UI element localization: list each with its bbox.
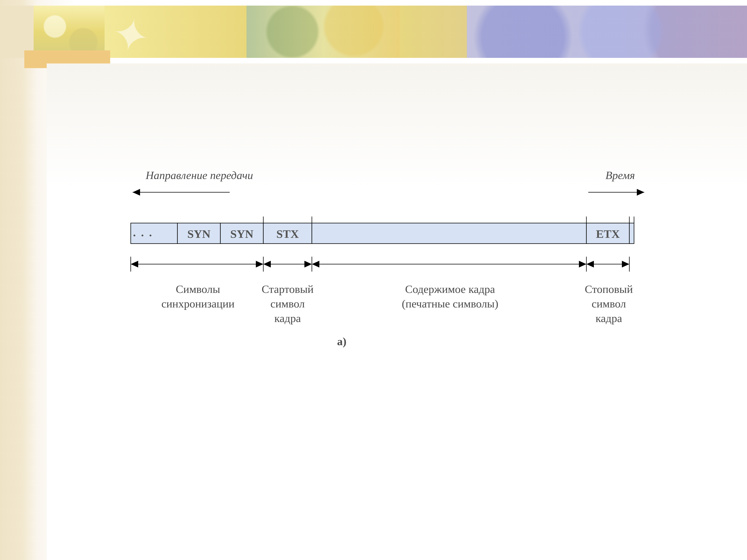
caption-stop: Стоповый символ кадра [575, 282, 642, 325]
svg-marker-26 [304, 261, 312, 267]
slide-page: Направление передачи Время [0, 0, 747, 560]
cell-ellipsis: . . . [131, 226, 180, 239]
svg-marker-1 [133, 189, 140, 196]
svg-marker-28 [312, 261, 319, 267]
svg-marker-32 [622, 261, 629, 267]
svg-rect-10 [629, 223, 634, 244]
svg-marker-23 [256, 261, 263, 267]
figure-label: a) [334, 334, 349, 349]
caption-sync: Символы синхронизации [127, 282, 269, 311]
decorative-banner [0, 6, 747, 58]
svg-marker-22 [131, 261, 138, 267]
svg-marker-25 [263, 261, 271, 267]
caption-payload: Содержимое кадра (печатные символы) [364, 282, 536, 311]
cell-syn1: SYN [177, 228, 221, 241]
svg-marker-31 [586, 261, 594, 267]
svg-marker-29 [579, 261, 586, 267]
svg-marker-3 [637, 189, 644, 196]
caption-start: Стартовый символ кадра [256, 282, 319, 325]
svg-rect-8 [312, 223, 586, 244]
frame-diagram: Направление передачи Время [47, 63, 719, 474]
diagram-svg [47, 63, 719, 474]
cell-stx: STX [263, 228, 312, 241]
cell-syn2: SYN [221, 228, 263, 241]
cell-etx: ETX [586, 228, 629, 241]
